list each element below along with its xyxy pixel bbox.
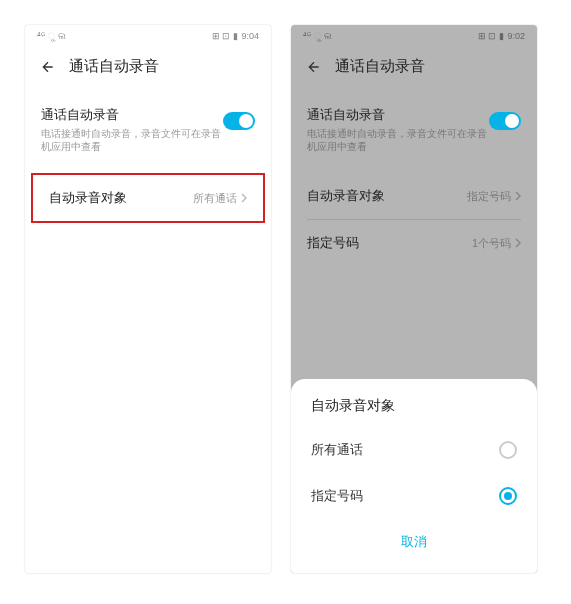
chevron-right-icon xyxy=(515,191,521,201)
auto-record-section: 通话自动录音 电话接通时自动录音，录音文件可在录音机应用中查看 xyxy=(25,86,271,173)
sheet-option-specified[interactable]: 指定号码 xyxy=(291,473,537,519)
specified-number-row[interactable]: 指定号码 1个号码 xyxy=(291,220,537,266)
status-right: ⊞ ⊡ ▮ 9:04 xyxy=(212,31,259,41)
signal-icons: ⁴ᴳୁଲ xyxy=(303,31,332,42)
radio-unselected[interactable] xyxy=(499,441,517,459)
record-target-value: 指定号码 xyxy=(467,189,511,204)
record-target-value: 所有通话 xyxy=(193,191,237,206)
status-bar: ⁴ᴳୁଲ ⊞ ⊡ ▮ 9:02 xyxy=(291,25,537,47)
highlight-box: 自动录音对象 所有通话 xyxy=(31,173,265,223)
auto-record-section: 通话自动录音 电话接通时自动录音，录音文件可在录音机应用中查看 xyxy=(291,86,537,173)
phone-screen-left: ⁴ᴳୁଲ ⊞ ⊡ ▮ 9:04 通话自动录音 通话自动录音 电话接通时自动录音，… xyxy=(25,25,271,573)
signal-icons: ⁴ᴳୁଲ xyxy=(37,31,66,42)
sheet-option-label: 指定号码 xyxy=(311,487,363,505)
bottom-sheet: 自动录音对象 所有通话 指定号码 取消 xyxy=(291,379,537,573)
battery-icon: ▮ xyxy=(233,31,238,41)
sheet-cancel-button[interactable]: 取消 xyxy=(291,519,537,565)
auto-record-label: 通话自动录音 xyxy=(307,106,489,124)
radio-selected[interactable] xyxy=(499,487,517,505)
record-target-label: 自动录音对象 xyxy=(307,187,385,205)
back-icon[interactable] xyxy=(39,58,57,76)
record-target-label: 自动录音对象 xyxy=(49,189,127,207)
sheet-option-label: 所有通话 xyxy=(311,441,363,459)
chevron-right-icon xyxy=(241,193,247,203)
nfc-icon: ⊞ ⊡ xyxy=(478,31,497,41)
battery-icon: ▮ xyxy=(499,31,504,41)
header: 通话自动录音 xyxy=(25,47,271,86)
auto-record-desc: 电话接通时自动录音，录音文件可在录音机应用中查看 xyxy=(41,127,223,153)
chevron-right-icon xyxy=(515,238,521,248)
auto-record-desc: 电话接通时自动录音，录音文件可在录音机应用中查看 xyxy=(307,127,489,153)
record-target-row[interactable]: 自动录音对象 所有通话 xyxy=(33,175,263,221)
header: 通话自动录音 xyxy=(291,47,537,86)
phone-screen-right: ⁴ᴳୁଲ ⊞ ⊡ ▮ 9:02 通话自动录音 通话自动录音 电话接通时自动录音，… xyxy=(291,25,537,573)
auto-record-label: 通话自动录音 xyxy=(41,106,223,124)
record-target-row[interactable]: 自动录音对象 指定号码 xyxy=(291,173,537,219)
auto-record-row: 通话自动录音 电话接通时自动录音，录音文件可在录音机应用中查看 xyxy=(41,98,255,161)
status-time: 9:04 xyxy=(241,31,259,41)
auto-record-row: 通话自动录音 电话接通时自动录音，录音文件可在录音机应用中查看 xyxy=(307,98,521,161)
auto-record-toggle[interactable] xyxy=(489,112,521,130)
sheet-title: 自动录音对象 xyxy=(291,397,537,427)
page-title: 通话自动录音 xyxy=(335,57,425,76)
back-icon[interactable] xyxy=(305,58,323,76)
page-title: 通话自动录音 xyxy=(69,57,159,76)
sheet-option-all-calls[interactable]: 所有通话 xyxy=(291,427,537,473)
status-right: ⊞ ⊡ ▮ 9:02 xyxy=(478,31,525,41)
auto-record-toggle[interactable] xyxy=(223,112,255,130)
specified-number-label: 指定号码 xyxy=(307,234,359,252)
status-bar: ⁴ᴳୁଲ ⊞ ⊡ ▮ 9:04 xyxy=(25,25,271,47)
status-time: 9:02 xyxy=(507,31,525,41)
specified-number-value: 1个号码 xyxy=(472,236,511,251)
nfc-icon: ⊞ ⊡ xyxy=(212,31,231,41)
